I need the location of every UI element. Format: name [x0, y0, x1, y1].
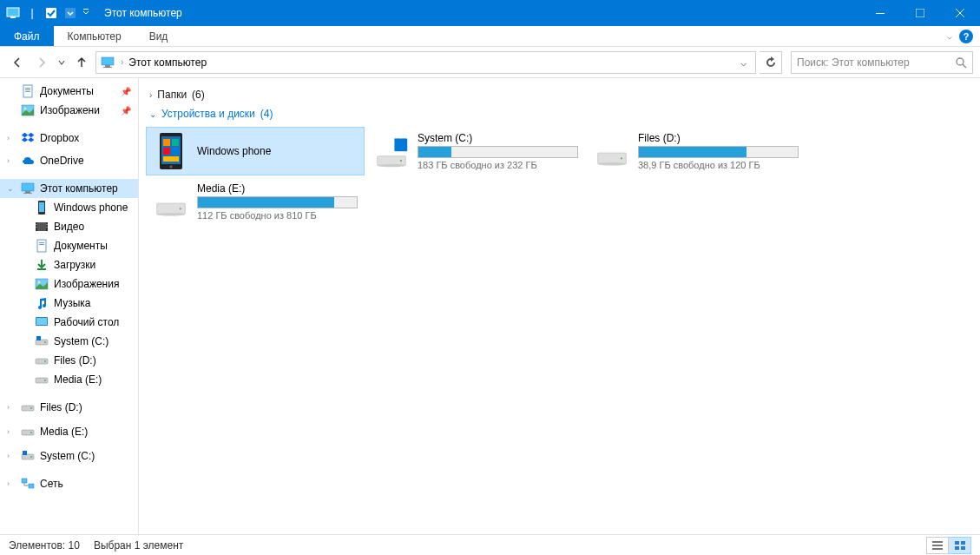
onedrive-icon	[21, 154, 35, 168]
sidebar-item-onedrive[interactable]: › OneDrive	[0, 151, 138, 170]
svg-point-47	[30, 432, 32, 433]
group-header-devices[interactable]: ⌄ Устройства и диски (4)	[139, 104, 980, 123]
sidebar-item-label: Музыка	[54, 297, 90, 309]
breadcrumb-segment[interactable]: Этот компьютер	[128, 56, 207, 69]
svg-rect-2	[46, 8, 56, 18]
refresh-button[interactable]	[760, 51, 782, 74]
svg-rect-56	[172, 139, 179, 146]
svg-point-71	[598, 162, 627, 166]
sidebar-item-this-pc[interactable]: ⌄ Этот компьютер	[0, 179, 138, 198]
nav-recent-dropdown[interactable]	[56, 52, 68, 73]
status-selected-count: Выбран 1 элемент	[94, 539, 183, 552]
sidebar-item-video[interactable]: Видео	[0, 217, 138, 236]
sidebar-item-documents-pc[interactable]: Документы	[0, 236, 138, 255]
sidebar-item-drive-e-extra[interactable]: ›Media (E:)	[0, 422, 138, 441]
sidebar-item-label: Files (D:)	[54, 354, 96, 367]
drive-icon	[35, 353, 49, 367]
view-details-button[interactable]	[926, 537, 949, 554]
chevron-right-icon[interactable]: ›	[7, 134, 10, 142]
qat-dropdown-icon[interactable]	[62, 5, 78, 21]
sidebar-item-windows-phone[interactable]: Windows phone	[0, 198, 138, 217]
sidebar: Документы 📌 Изображени 📌 › Dropbox › One…	[0, 78, 139, 534]
ribbon-tab-computer[interactable]: Компьютер	[54, 26, 135, 46]
chevron-right-icon[interactable]: ›	[7, 156, 10, 165]
device-item-files-d[interactable]: Files (D:) 38,9 ГБ свободно из 120 ГБ	[587, 127, 806, 175]
svg-point-43	[44, 380, 46, 381]
qat-checkbox-icon[interactable]	[43, 5, 59, 21]
svg-point-34	[38, 281, 41, 284]
breadcrumb[interactable]: › Этот компьютер ⌵	[95, 51, 756, 74]
ribbon-file-tab[interactable]: Файл	[0, 26, 54, 46]
svg-point-69	[400, 160, 402, 162]
storage-text: 38,9 ГБ свободно из 120 ГБ	[638, 160, 799, 170]
sidebar-item-label: Media (E:)	[54, 373, 102, 386]
breadcrumb-dropdown-icon[interactable]: ⌵	[735, 56, 752, 69]
sidebar-item-drive-e[interactable]: Media (E:)	[0, 370, 138, 389]
device-item-system-c[interactable]: System (C:) 183 ГБ свободно из 232 ГБ	[366, 127, 585, 175]
nav-back-button[interactable]	[7, 52, 28, 73]
svg-rect-1	[10, 17, 16, 18]
nav-up-button[interactable]	[71, 52, 92, 73]
sidebar-item-label: Рабочий стол	[54, 316, 119, 328]
download-icon	[35, 258, 49, 272]
chevron-right-icon[interactable]: ›	[121, 57, 123, 67]
svg-rect-21	[39, 202, 44, 212]
sidebar-item-label: Изображени	[40, 104, 100, 116]
maximize-button[interactable]	[900, 0, 940, 26]
nav-forward-button[interactable]	[31, 52, 52, 73]
drive-icon	[35, 334, 49, 348]
computer-icon	[21, 182, 35, 195]
svg-rect-49	[23, 451, 27, 455]
qat-overflow-icon[interactable]	[82, 5, 90, 21]
svg-point-16	[24, 108, 27, 110]
storage-text: 112 ГБ свободно из 810 ГБ	[197, 210, 358, 221]
svg-rect-3	[65, 8, 76, 18]
close-button[interactable]	[940, 0, 980, 26]
sidebar-item-drive-d-extra[interactable]: ›Files (D:)	[0, 398, 138, 417]
device-item-media-e[interactable]: Media (E:) 112 ГБ свободно из 810 ГБ	[146, 177, 365, 226]
sidebar-item-drive-c-extra[interactable]: ›System (C:)	[0, 446, 138, 466]
ribbon-tab-view[interactable]: Вид	[135, 26, 182, 46]
sidebar-item-label: Windows phone	[54, 202, 128, 214]
sidebar-item-images[interactable]: Изображени 📌	[0, 101, 138, 120]
chevron-down-icon[interactable]: ⌄	[7, 184, 14, 193]
sidebar-item-images-pc[interactable]: Изображения	[0, 274, 138, 294]
svg-rect-0	[7, 8, 19, 17]
svg-rect-9	[103, 67, 112, 68]
svg-rect-31	[39, 244, 44, 245]
chevron-right-icon[interactable]: ›	[7, 427, 10, 436]
video-icon	[35, 220, 49, 234]
search-box[interactable]	[791, 51, 973, 74]
sidebar-item-drive-c[interactable]: System (C:)	[0, 332, 138, 351]
sidebar-item-music[interactable]: Музыка	[0, 294, 138, 313]
svg-rect-52	[29, 484, 34, 488]
svg-rect-66	[401, 139, 406, 144]
chevron-right-icon[interactable]: ›	[7, 452, 10, 460]
phone-icon	[154, 132, 188, 170]
chevron-right-icon[interactable]: ›	[7, 403, 10, 412]
sidebar-item-downloads[interactable]: Загрузки	[0, 255, 138, 274]
ribbon-expand-icon[interactable]: ⌵	[947, 31, 952, 41]
svg-rect-19	[23, 193, 32, 194]
sidebar-item-drive-d[interactable]: Files (D:)	[0, 351, 138, 370]
chevron-right-icon[interactable]: ›	[7, 479, 10, 488]
os-drive-icon	[374, 132, 409, 170]
svg-rect-77	[932, 545, 943, 546]
svg-rect-12	[25, 88, 30, 89]
drive-icon	[154, 182, 188, 221]
help-icon[interactable]: ?	[959, 30, 973, 43]
sidebar-item-desktop[interactable]: Рабочий стол	[0, 313, 138, 332]
view-icons-button[interactable]	[949, 537, 971, 554]
svg-point-50	[30, 456, 32, 458]
sidebar-item-documents[interactable]: Документы 📌	[0, 82, 138, 101]
svg-point-62	[378, 164, 406, 168]
search-input[interactable]	[797, 56, 955, 69]
device-item-phone[interactable]: Windows phone	[146, 127, 365, 175]
sidebar-item-label: Dropbox	[40, 132, 79, 144]
svg-rect-79	[955, 541, 959, 545]
drive-icon	[21, 449, 35, 463]
minimize-button[interactable]	[860, 0, 900, 26]
sidebar-item-network[interactable]: ›Сеть	[0, 474, 138, 493]
group-header-folders[interactable]: › Папки (6)	[139, 85, 980, 104]
sidebar-item-dropbox[interactable]: › Dropbox	[0, 129, 138, 148]
